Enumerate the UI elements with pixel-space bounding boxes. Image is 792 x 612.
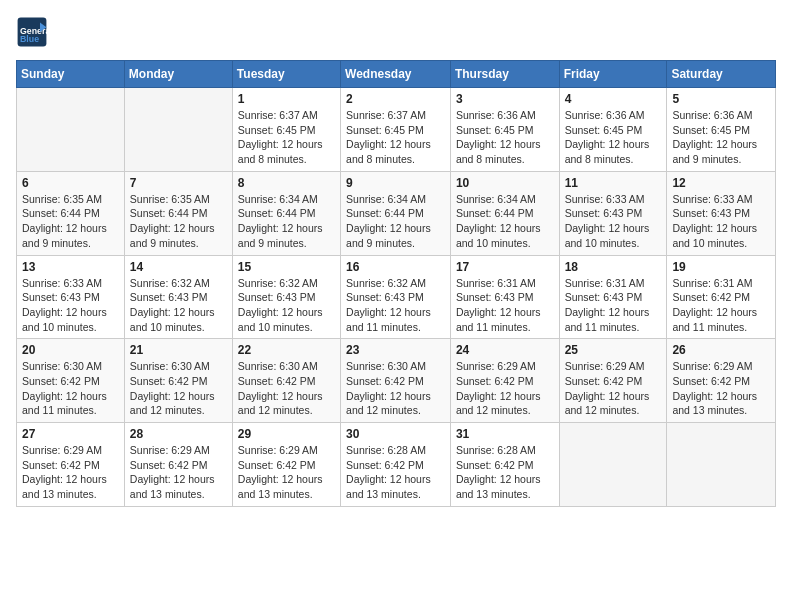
calendar-cell: 10Sunrise: 6:34 AMSunset: 6:44 PMDayligh… xyxy=(450,171,559,255)
calendar-cell: 3Sunrise: 6:36 AMSunset: 6:45 PMDaylight… xyxy=(450,88,559,172)
day-number: 4 xyxy=(565,92,662,106)
day-info: Sunrise: 6:29 AMSunset: 6:42 PMDaylight:… xyxy=(238,443,335,502)
calendar-header: SundayMondayTuesdayWednesdayThursdayFrid… xyxy=(17,61,776,88)
week-row-4: 20Sunrise: 6:30 AMSunset: 6:42 PMDayligh… xyxy=(17,339,776,423)
day-info: Sunrise: 6:36 AMSunset: 6:45 PMDaylight:… xyxy=(672,108,770,167)
day-info: Sunrise: 6:32 AMSunset: 6:43 PMDaylight:… xyxy=(346,276,445,335)
calendar-cell xyxy=(559,423,667,507)
logo: General Blue xyxy=(16,16,48,48)
day-info: Sunrise: 6:29 AMSunset: 6:42 PMDaylight:… xyxy=(456,359,554,418)
day-number: 17 xyxy=(456,260,554,274)
calendar-cell: 2Sunrise: 6:37 AMSunset: 6:45 PMDaylight… xyxy=(341,88,451,172)
day-info: Sunrise: 6:29 AMSunset: 6:42 PMDaylight:… xyxy=(565,359,662,418)
day-number: 26 xyxy=(672,343,770,357)
day-info: Sunrise: 6:28 AMSunset: 6:42 PMDaylight:… xyxy=(346,443,445,502)
day-number: 13 xyxy=(22,260,119,274)
weekday-header-tuesday: Tuesday xyxy=(232,61,340,88)
day-number: 28 xyxy=(130,427,227,441)
day-number: 19 xyxy=(672,260,770,274)
calendar-cell: 8Sunrise: 6:34 AMSunset: 6:44 PMDaylight… xyxy=(232,171,340,255)
calendar-cell: 30Sunrise: 6:28 AMSunset: 6:42 PMDayligh… xyxy=(341,423,451,507)
weekday-header-wednesday: Wednesday xyxy=(341,61,451,88)
calendar-cell: 9Sunrise: 6:34 AMSunset: 6:44 PMDaylight… xyxy=(341,171,451,255)
day-info: Sunrise: 6:31 AMSunset: 6:43 PMDaylight:… xyxy=(565,276,662,335)
day-number: 15 xyxy=(238,260,335,274)
calendar-cell: 11Sunrise: 6:33 AMSunset: 6:43 PMDayligh… xyxy=(559,171,667,255)
day-info: Sunrise: 6:36 AMSunset: 6:45 PMDaylight:… xyxy=(565,108,662,167)
calendar-cell: 7Sunrise: 6:35 AMSunset: 6:44 PMDaylight… xyxy=(124,171,232,255)
day-number: 25 xyxy=(565,343,662,357)
calendar-cell: 25Sunrise: 6:29 AMSunset: 6:42 PMDayligh… xyxy=(559,339,667,423)
day-info: Sunrise: 6:37 AMSunset: 6:45 PMDaylight:… xyxy=(346,108,445,167)
day-number: 12 xyxy=(672,176,770,190)
day-number: 18 xyxy=(565,260,662,274)
day-info: Sunrise: 6:31 AMSunset: 6:42 PMDaylight:… xyxy=(672,276,770,335)
day-info: Sunrise: 6:33 AMSunset: 6:43 PMDaylight:… xyxy=(22,276,119,335)
day-info: Sunrise: 6:34 AMSunset: 6:44 PMDaylight:… xyxy=(346,192,445,251)
calendar-cell: 21Sunrise: 6:30 AMSunset: 6:42 PMDayligh… xyxy=(124,339,232,423)
day-info: Sunrise: 6:33 AMSunset: 6:43 PMDaylight:… xyxy=(565,192,662,251)
day-number: 21 xyxy=(130,343,227,357)
day-number: 10 xyxy=(456,176,554,190)
day-number: 20 xyxy=(22,343,119,357)
day-number: 31 xyxy=(456,427,554,441)
day-number: 8 xyxy=(238,176,335,190)
calendar-cell: 22Sunrise: 6:30 AMSunset: 6:42 PMDayligh… xyxy=(232,339,340,423)
day-number: 16 xyxy=(346,260,445,274)
weekday-header-sunday: Sunday xyxy=(17,61,125,88)
day-info: Sunrise: 6:32 AMSunset: 6:43 PMDaylight:… xyxy=(238,276,335,335)
calendar-cell: 29Sunrise: 6:29 AMSunset: 6:42 PMDayligh… xyxy=(232,423,340,507)
calendar-cell: 31Sunrise: 6:28 AMSunset: 6:42 PMDayligh… xyxy=(450,423,559,507)
day-info: Sunrise: 6:30 AMSunset: 6:42 PMDaylight:… xyxy=(22,359,119,418)
day-number: 5 xyxy=(672,92,770,106)
day-info: Sunrise: 6:28 AMSunset: 6:42 PMDaylight:… xyxy=(456,443,554,502)
calendar-cell xyxy=(667,423,776,507)
calendar-cell: 20Sunrise: 6:30 AMSunset: 6:42 PMDayligh… xyxy=(17,339,125,423)
day-info: Sunrise: 6:30 AMSunset: 6:42 PMDaylight:… xyxy=(346,359,445,418)
day-info: Sunrise: 6:29 AMSunset: 6:42 PMDaylight:… xyxy=(130,443,227,502)
calendar-cell: 1Sunrise: 6:37 AMSunset: 6:45 PMDaylight… xyxy=(232,88,340,172)
week-row-1: 1Sunrise: 6:37 AMSunset: 6:45 PMDaylight… xyxy=(17,88,776,172)
svg-text:Blue: Blue xyxy=(20,34,39,44)
day-info: Sunrise: 6:30 AMSunset: 6:42 PMDaylight:… xyxy=(238,359,335,418)
calendar-cell xyxy=(124,88,232,172)
calendar-cell: 14Sunrise: 6:32 AMSunset: 6:43 PMDayligh… xyxy=(124,255,232,339)
day-info: Sunrise: 6:34 AMSunset: 6:44 PMDaylight:… xyxy=(238,192,335,251)
day-info: Sunrise: 6:36 AMSunset: 6:45 PMDaylight:… xyxy=(456,108,554,167)
calendar-cell: 19Sunrise: 6:31 AMSunset: 6:42 PMDayligh… xyxy=(667,255,776,339)
calendar-cell: 24Sunrise: 6:29 AMSunset: 6:42 PMDayligh… xyxy=(450,339,559,423)
calendar-cell: 17Sunrise: 6:31 AMSunset: 6:43 PMDayligh… xyxy=(450,255,559,339)
day-number: 27 xyxy=(22,427,119,441)
calendar-cell: 15Sunrise: 6:32 AMSunset: 6:43 PMDayligh… xyxy=(232,255,340,339)
calendar-cell: 6Sunrise: 6:35 AMSunset: 6:44 PMDaylight… xyxy=(17,171,125,255)
day-number: 30 xyxy=(346,427,445,441)
day-info: Sunrise: 6:35 AMSunset: 6:44 PMDaylight:… xyxy=(130,192,227,251)
calendar-body: 1Sunrise: 6:37 AMSunset: 6:45 PMDaylight… xyxy=(17,88,776,507)
week-row-5: 27Sunrise: 6:29 AMSunset: 6:42 PMDayligh… xyxy=(17,423,776,507)
calendar-cell: 12Sunrise: 6:33 AMSunset: 6:43 PMDayligh… xyxy=(667,171,776,255)
day-number: 6 xyxy=(22,176,119,190)
calendar-cell: 26Sunrise: 6:29 AMSunset: 6:42 PMDayligh… xyxy=(667,339,776,423)
day-number: 1 xyxy=(238,92,335,106)
day-info: Sunrise: 6:31 AMSunset: 6:43 PMDaylight:… xyxy=(456,276,554,335)
day-number: 29 xyxy=(238,427,335,441)
day-info: Sunrise: 6:29 AMSunset: 6:42 PMDaylight:… xyxy=(22,443,119,502)
calendar-cell: 27Sunrise: 6:29 AMSunset: 6:42 PMDayligh… xyxy=(17,423,125,507)
day-info: Sunrise: 6:32 AMSunset: 6:43 PMDaylight:… xyxy=(130,276,227,335)
calendar-cell: 18Sunrise: 6:31 AMSunset: 6:43 PMDayligh… xyxy=(559,255,667,339)
day-number: 23 xyxy=(346,343,445,357)
day-number: 24 xyxy=(456,343,554,357)
day-number: 7 xyxy=(130,176,227,190)
calendar-cell: 4Sunrise: 6:36 AMSunset: 6:45 PMDaylight… xyxy=(559,88,667,172)
weekday-header-saturday: Saturday xyxy=(667,61,776,88)
day-info: Sunrise: 6:30 AMSunset: 6:42 PMDaylight:… xyxy=(130,359,227,418)
calendar-cell: 5Sunrise: 6:36 AMSunset: 6:45 PMDaylight… xyxy=(667,88,776,172)
weekday-header-friday: Friday xyxy=(559,61,667,88)
day-info: Sunrise: 6:29 AMSunset: 6:42 PMDaylight:… xyxy=(672,359,770,418)
calendar-cell xyxy=(17,88,125,172)
logo-icon: General Blue xyxy=(16,16,48,48)
day-number: 9 xyxy=(346,176,445,190)
calendar-cell: 13Sunrise: 6:33 AMSunset: 6:43 PMDayligh… xyxy=(17,255,125,339)
day-info: Sunrise: 6:33 AMSunset: 6:43 PMDaylight:… xyxy=(672,192,770,251)
weekday-header-thursday: Thursday xyxy=(450,61,559,88)
